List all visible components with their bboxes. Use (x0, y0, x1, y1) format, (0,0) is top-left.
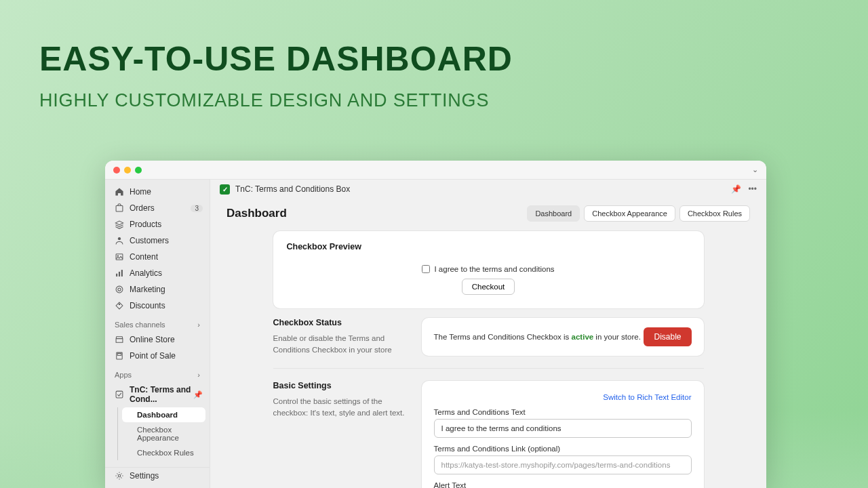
chevron-down-icon[interactable]: ⌄ (752, 165, 758, 174)
tab-appearance[interactable]: Checkbox Appearance (584, 205, 675, 222)
sidebar-item-customers[interactable]: Customers (105, 232, 210, 249)
sidebar-item-analytics[interactable]: Analytics (105, 265, 210, 281)
discounts-icon (115, 301, 124, 310)
status-text: The Terms and Conditions Checkbox is act… (434, 333, 641, 341)
svg-point-13 (118, 474, 121, 477)
preview-card: Checkbox Preview I agree to the terms an… (273, 231, 704, 308)
products-icon (115, 220, 124, 229)
hero-subtitle: HIGHLY CUSTOMIZABLE DESIGN AND SETTINGS (39, 90, 829, 111)
sidebar-label: Dashboard (137, 411, 178, 419)
svg-rect-2 (116, 254, 123, 260)
section-label: Apps (115, 371, 132, 379)
sidebar-label: Home (130, 187, 151, 197)
orders-badge: 3 (191, 205, 203, 212)
marketing-icon (115, 285, 124, 294)
switch-editor-link[interactable]: Switch to Rich Text Editor (603, 393, 691, 401)
page-title: Dashboard (226, 207, 287, 220)
sidebar-section-sales[interactable]: Sales channels › (105, 314, 210, 331)
sidebar-item-content[interactable]: Content (105, 249, 210, 265)
content-icon (115, 252, 124, 262)
svg-rect-11 (117, 354, 121, 356)
status-desc: Enable or disable the Terms and Conditio… (273, 333, 406, 355)
pin-icon[interactable]: 📌 (731, 184, 741, 194)
app-window: ⌄ Home Orders 3 Products Customers (105, 161, 766, 488)
store-icon (115, 335, 124, 344)
hero-title: EASY-TO-USE DASHBOARD (39, 41, 829, 78)
svg-rect-4 (116, 274, 117, 277)
sidebar-label: Analytics (130, 268, 162, 278)
sidebar-sub-appearance[interactable]: Checkbox Appearance (118, 422, 210, 445)
sidebar-sub-dashboard[interactable]: Dashboard (122, 407, 205, 422)
preview-heading: Checkbox Preview (287, 242, 690, 251)
sidebar-label: Customers (130, 236, 169, 245)
minimize-dot[interactable] (124, 167, 131, 174)
checkbox-icon (115, 390, 124, 399)
analytics-icon (115, 268, 124, 278)
svg-rect-12 (116, 391, 123, 398)
sidebar-label: Marketing (130, 285, 165, 294)
customers-icon (115, 236, 124, 245)
svg-rect-5 (119, 272, 120, 277)
agree-label: I agree to the terms and conditions (434, 265, 554, 273)
sidebar-item-products[interactable]: Products (105, 216, 210, 232)
basic-desc: Control the basic settings of the checkb… (273, 396, 406, 418)
sidebar-label: Discounts (130, 301, 165, 310)
window-titlebar: ⌄ (105, 161, 766, 180)
svg-point-8 (118, 288, 121, 291)
app-header: ✓ TnC: Terms and Conditions Box 📌 ••• (210, 180, 766, 199)
sidebar-item-home[interactable]: Home (105, 184, 210, 200)
section-label: Sales channels (115, 321, 165, 329)
sidebar-item-discounts[interactable]: Discounts (105, 298, 210, 314)
checkout-button[interactable]: Checkout (462, 279, 515, 295)
preview-checkbox-row[interactable]: I agree to the terms and conditions (422, 265, 554, 273)
sidebar-sub-rules[interactable]: Checkbox Rules (118, 445, 210, 460)
close-dot[interactable] (113, 167, 120, 174)
gear-icon (115, 471, 124, 481)
sidebar-item-marketing[interactable]: Marketing (105, 281, 210, 298)
home-icon (115, 187, 124, 197)
tc-text-input[interactable] (434, 419, 692, 438)
sidebar-label: Content (130, 252, 158, 262)
svg-point-7 (116, 286, 123, 293)
sidebar-item-orders[interactable]: Orders 3 (105, 200, 210, 216)
sidebar-section-apps[interactable]: Apps › (105, 364, 210, 382)
tab-dashboard[interactable]: Dashboard (527, 205, 580, 222)
sidebar-item-tnc-app[interactable]: TnC: Terms and Cond... 📌 (105, 382, 210, 407)
alert-text-label: Alert Text (434, 481, 692, 488)
chevron-right-icon: › (197, 371, 200, 379)
svg-rect-0 (116, 206, 123, 211)
tc-link-label: Terms and Conditions Link (optional) (434, 445, 692, 453)
segmented-tabs: Dashboard Checkbox Appearance Checkbox R… (527, 205, 750, 222)
tab-rules[interactable]: Checkbox Rules (679, 205, 750, 222)
sidebar: Home Orders 3 Products Customers Content (105, 180, 210, 488)
sidebar-item-settings[interactable]: Settings (105, 467, 210, 484)
tc-text-label: Terms and Conditions Text (434, 408, 692, 416)
sidebar-label: Checkbox Appearance (137, 426, 200, 442)
sidebar-label: Online Store (130, 335, 175, 344)
basic-form-card: Switch to Rich Text Editor Terms and Con… (422, 381, 704, 488)
app-title: TnC: Terms and Conditions Box (235, 184, 350, 194)
basic-heading: Basic Settings (273, 381, 406, 390)
sidebar-label: Checkbox Rules (137, 449, 194, 457)
status-section: Checkbox Status Enable or disable the Te… (273, 318, 704, 356)
agree-checkbox[interactable] (422, 265, 430, 273)
disable-button[interactable]: Disable (644, 327, 691, 346)
orders-icon (115, 203, 124, 213)
app-icon: ✓ (220, 184, 230, 195)
sidebar-label: Settings (130, 471, 159, 481)
sidebar-item-pos[interactable]: Point of Sale (105, 348, 210, 364)
sidebar-label: Orders (130, 203, 155, 213)
svg-point-9 (119, 304, 119, 304)
status-heading: Checkbox Status (273, 318, 406, 327)
more-icon[interactable]: ••• (748, 184, 757, 194)
pin-icon[interactable]: 📌 (193, 390, 203, 399)
tc-link-input[interactable] (434, 455, 692, 474)
maximize-dot[interactable] (135, 167, 142, 174)
pos-icon (115, 351, 124, 361)
svg-rect-6 (121, 270, 123, 277)
svg-point-1 (118, 237, 121, 240)
status-card: The Terms and Conditions Checkbox is act… (422, 318, 704, 356)
basic-section: Basic Settings Control the basic setting… (273, 381, 704, 488)
sidebar-item-online-store[interactable]: Online Store (105, 331, 210, 348)
sidebar-label: TnC: Terms and Cond... (130, 385, 200, 404)
